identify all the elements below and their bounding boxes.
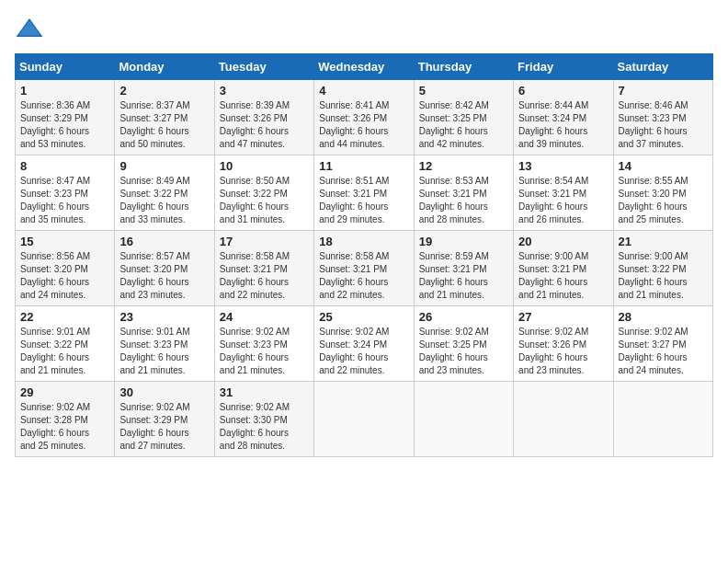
calendar-cell xyxy=(414,382,513,457)
calendar-cell: 15 Sunrise: 8:56 AM Sunset: 3:20 PM Dayl… xyxy=(16,231,115,306)
day-info: Sunrise: 9:02 AM Sunset: 3:30 PM Dayligh… xyxy=(220,401,309,453)
calendar-cell: 22 Sunrise: 9:01 AM Sunset: 3:22 PM Dayl… xyxy=(16,306,115,382)
day-info: Sunrise: 8:55 AM Sunset: 3:20 PM Dayligh… xyxy=(619,175,708,226)
day-info: Sunrise: 9:01 AM Sunset: 3:23 PM Dayligh… xyxy=(119,326,209,377)
day-number: 21 xyxy=(619,235,708,248)
calendar-week-5: 29 Sunrise: 9:02 AM Sunset: 3:28 PM Dayl… xyxy=(16,382,713,457)
day-number: 23 xyxy=(119,310,209,324)
calendar-cell: 30 Sunrise: 9:02 AM Sunset: 3:29 PM Dayl… xyxy=(115,382,214,457)
calendar-cell: 16 Sunrise: 8:57 AM Sunset: 3:20 PM Dayl… xyxy=(115,231,214,306)
day-number: 31 xyxy=(220,385,309,399)
day-info: Sunrise: 8:54 AM Sunset: 3:21 PM Dayligh… xyxy=(518,175,608,226)
calendar-cell: 9 Sunrise: 8:49 AM Sunset: 3:22 PM Dayli… xyxy=(115,155,214,231)
calendar-cell: 3 Sunrise: 8:39 AM Sunset: 3:26 PM Dayli… xyxy=(214,80,313,155)
weekday-saturday: Saturday xyxy=(613,54,712,80)
day-info: Sunrise: 8:46 AM Sunset: 3:23 PM Dayligh… xyxy=(619,99,708,151)
calendar-cell: 31 Sunrise: 9:02 AM Sunset: 3:30 PM Dayl… xyxy=(214,382,313,457)
day-number: 1 xyxy=(20,84,109,98)
day-number: 16 xyxy=(119,235,209,248)
calendar-cell: 1 Sunrise: 8:36 AM Sunset: 3:29 PM Dayli… xyxy=(16,80,115,155)
day-number: 24 xyxy=(220,310,309,324)
calendar-week-4: 22 Sunrise: 9:01 AM Sunset: 3:22 PM Dayl… xyxy=(16,306,713,382)
calendar-cell: 26 Sunrise: 9:02 AM Sunset: 3:25 PM Dayl… xyxy=(414,306,513,382)
day-number: 15 xyxy=(20,235,109,248)
calendar-week-1: 1 Sunrise: 8:36 AM Sunset: 3:29 PM Dayli… xyxy=(16,80,713,155)
day-number: 26 xyxy=(419,310,508,324)
calendar-cell: 21 Sunrise: 9:00 AM Sunset: 3:22 PM Dayl… xyxy=(613,231,712,306)
day-number: 11 xyxy=(319,159,408,173)
day-number: 20 xyxy=(518,235,608,248)
weekday-sunday: Sunday xyxy=(16,54,115,80)
calendar-week-3: 15 Sunrise: 8:56 AM Sunset: 3:20 PM Dayl… xyxy=(16,231,713,306)
calendar-cell: 11 Sunrise: 8:51 AM Sunset: 3:21 PM Dayl… xyxy=(314,155,414,231)
day-number: 10 xyxy=(220,159,309,173)
page-header xyxy=(15,15,713,44)
day-number: 6 xyxy=(518,84,608,98)
calendar-cell: 2 Sunrise: 8:37 AM Sunset: 3:27 PM Dayli… xyxy=(115,80,214,155)
calendar-cell: 29 Sunrise: 9:02 AM Sunset: 3:28 PM Dayl… xyxy=(16,382,115,457)
day-info: Sunrise: 9:00 AM Sunset: 3:21 PM Dayligh… xyxy=(518,250,608,302)
logo xyxy=(15,15,48,44)
day-number: 14 xyxy=(619,159,708,173)
day-info: Sunrise: 9:02 AM Sunset: 3:25 PM Dayligh… xyxy=(419,326,508,377)
day-info: Sunrise: 8:51 AM Sunset: 3:21 PM Dayligh… xyxy=(319,175,408,226)
day-info: Sunrise: 9:02 AM Sunset: 3:29 PM Dayligh… xyxy=(119,401,209,453)
day-number: 5 xyxy=(419,84,508,98)
day-number: 25 xyxy=(319,310,408,324)
day-info: Sunrise: 9:00 AM Sunset: 3:22 PM Dayligh… xyxy=(619,250,708,302)
day-info: Sunrise: 8:58 AM Sunset: 3:21 PM Dayligh… xyxy=(319,250,408,302)
calendar-cell: 28 Sunrise: 9:02 AM Sunset: 3:27 PM Dayl… xyxy=(613,306,712,382)
day-info: Sunrise: 9:01 AM Sunset: 3:22 PM Dayligh… xyxy=(20,326,109,377)
calendar-cell: 25 Sunrise: 9:02 AM Sunset: 3:24 PM Dayl… xyxy=(314,306,414,382)
day-number: 30 xyxy=(119,385,209,399)
svg-marker-1 xyxy=(18,20,40,35)
calendar-week-2: 8 Sunrise: 8:47 AM Sunset: 3:23 PM Dayli… xyxy=(16,155,713,231)
calendar-cell: 6 Sunrise: 8:44 AM Sunset: 3:24 PM Dayli… xyxy=(514,80,613,155)
day-info: Sunrise: 8:56 AM Sunset: 3:20 PM Dayligh… xyxy=(20,250,109,302)
calendar-cell: 23 Sunrise: 9:01 AM Sunset: 3:23 PM Dayl… xyxy=(115,306,214,382)
calendar-cell: 4 Sunrise: 8:41 AM Sunset: 3:26 PM Dayli… xyxy=(314,80,414,155)
calendar-cell: 20 Sunrise: 9:00 AM Sunset: 3:21 PM Dayl… xyxy=(514,231,613,306)
day-info: Sunrise: 9:02 AM Sunset: 3:26 PM Dayligh… xyxy=(518,326,608,377)
day-info: Sunrise: 9:02 AM Sunset: 3:23 PM Dayligh… xyxy=(220,326,309,377)
day-number: 17 xyxy=(220,235,309,248)
day-info: Sunrise: 9:02 AM Sunset: 3:24 PM Dayligh… xyxy=(319,326,408,377)
day-number: 9 xyxy=(119,159,209,173)
day-info: Sunrise: 8:53 AM Sunset: 3:21 PM Dayligh… xyxy=(419,175,508,226)
day-number: 2 xyxy=(119,84,209,98)
day-number: 28 xyxy=(619,310,708,324)
day-number: 29 xyxy=(20,385,109,399)
calendar-cell: 7 Sunrise: 8:46 AM Sunset: 3:23 PM Dayli… xyxy=(613,80,712,155)
calendar-cell: 13 Sunrise: 8:54 AM Sunset: 3:21 PM Dayl… xyxy=(514,155,613,231)
calendar-cell: 8 Sunrise: 8:47 AM Sunset: 3:23 PM Dayli… xyxy=(16,155,115,231)
day-info: Sunrise: 8:41 AM Sunset: 3:26 PM Dayligh… xyxy=(319,99,408,151)
day-info: Sunrise: 8:37 AM Sunset: 3:27 PM Dayligh… xyxy=(119,99,209,151)
calendar-body: 1 Sunrise: 8:36 AM Sunset: 3:29 PM Dayli… xyxy=(16,80,713,457)
day-info: Sunrise: 8:59 AM Sunset: 3:21 PM Dayligh… xyxy=(419,250,508,302)
calendar-cell: 14 Sunrise: 8:55 AM Sunset: 3:20 PM Dayl… xyxy=(613,155,712,231)
calendar-cell: 19 Sunrise: 8:59 AM Sunset: 3:21 PM Dayl… xyxy=(414,231,513,306)
weekday-friday: Friday xyxy=(514,54,613,80)
calendar-cell: 24 Sunrise: 9:02 AM Sunset: 3:23 PM Dayl… xyxy=(214,306,313,382)
day-number: 12 xyxy=(419,159,508,173)
day-number: 13 xyxy=(518,159,608,173)
calendar-header: SundayMondayTuesdayWednesdayThursdayFrid… xyxy=(16,54,713,80)
calendar-cell: 12 Sunrise: 8:53 AM Sunset: 3:21 PM Dayl… xyxy=(414,155,513,231)
calendar-cell: 10 Sunrise: 8:50 AM Sunset: 3:22 PM Dayl… xyxy=(214,155,313,231)
day-number: 4 xyxy=(319,84,408,98)
calendar-cell: 17 Sunrise: 8:58 AM Sunset: 3:21 PM Dayl… xyxy=(214,231,313,306)
day-info: Sunrise: 8:44 AM Sunset: 3:24 PM Dayligh… xyxy=(518,99,608,151)
weekday-tuesday: Tuesday xyxy=(214,54,313,80)
logo-icon xyxy=(15,15,44,44)
calendar-cell: 27 Sunrise: 9:02 AM Sunset: 3:26 PM Dayl… xyxy=(514,306,613,382)
day-number: 19 xyxy=(419,235,508,248)
day-info: Sunrise: 9:02 AM Sunset: 3:27 PM Dayligh… xyxy=(619,326,708,377)
weekday-header-row: SundayMondayTuesdayWednesdayThursdayFrid… xyxy=(16,54,713,80)
day-info: Sunrise: 8:58 AM Sunset: 3:21 PM Dayligh… xyxy=(220,250,309,302)
calendar-cell xyxy=(613,382,712,457)
day-number: 3 xyxy=(220,84,309,98)
day-number: 27 xyxy=(518,310,608,324)
calendar-cell xyxy=(314,382,414,457)
calendar-table: SundayMondayTuesdayWednesdayThursdayFrid… xyxy=(15,53,713,457)
day-number: 18 xyxy=(319,235,408,248)
